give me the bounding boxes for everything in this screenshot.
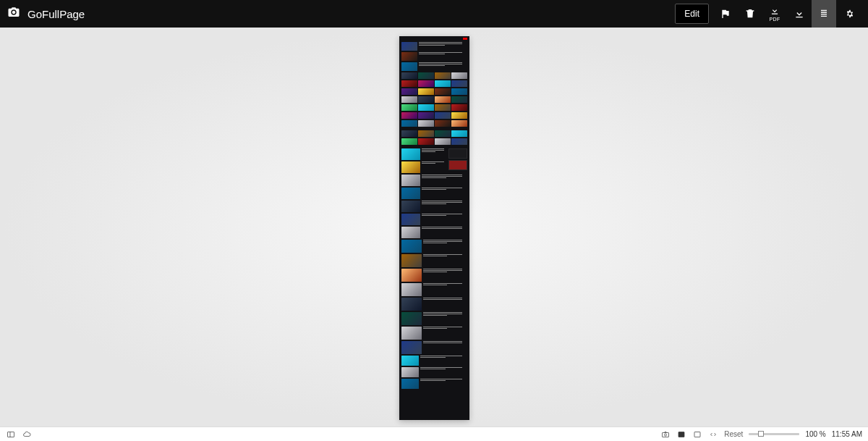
settings-button[interactable]	[836, 0, 861, 28]
zoom-slider-thumb[interactable]	[758, 431, 764, 437]
fit-screen-icon[interactable]	[692, 429, 702, 440]
camera-status-icon[interactable]	[660, 429, 671, 440]
delete-button[interactable]	[738, 0, 762, 28]
status-bar: Reset 100 % 11:55 AM	[0, 427, 868, 441]
files-history-button[interactable]	[812, 0, 836, 28]
clock: 11:55 AM	[832, 430, 862, 438]
toolbar-actions: Edit PDF	[675, 0, 861, 28]
svg-rect-5	[694, 432, 700, 437]
image-status-icon[interactable]	[676, 429, 686, 440]
download-image-button[interactable]	[787, 0, 812, 28]
app-title: GoFullPage	[27, 8, 85, 20]
zoom-percentage: 100 %	[805, 430, 825, 438]
camera-icon	[7, 6, 20, 22]
pdf-label: PDF	[769, 17, 780, 22]
svg-point-3	[665, 434, 667, 436]
svg-rect-0	[8, 432, 14, 437]
svg-rect-2	[663, 432, 669, 437]
code-icon[interactable]	[708, 429, 718, 440]
svg-rect-4	[678, 432, 684, 437]
panel-toggle-icon[interactable]	[6, 429, 16, 440]
zoom-slider[interactable]	[749, 433, 799, 435]
preview-canvas[interactable]	[0, 28, 868, 427]
captured-page-thumbnail[interactable]	[399, 36, 469, 420]
edit-button[interactable]: Edit	[675, 4, 709, 24]
top-toolbar: GoFullPage Edit PDF	[0, 0, 868, 28]
flag-button[interactable]	[713, 0, 738, 28]
brand: GoFullPage	[7, 6, 85, 22]
reset-zoom-button[interactable]: Reset	[724, 430, 743, 438]
cloud-icon[interactable]	[22, 429, 32, 440]
download-pdf-button[interactable]: PDF	[762, 0, 787, 28]
